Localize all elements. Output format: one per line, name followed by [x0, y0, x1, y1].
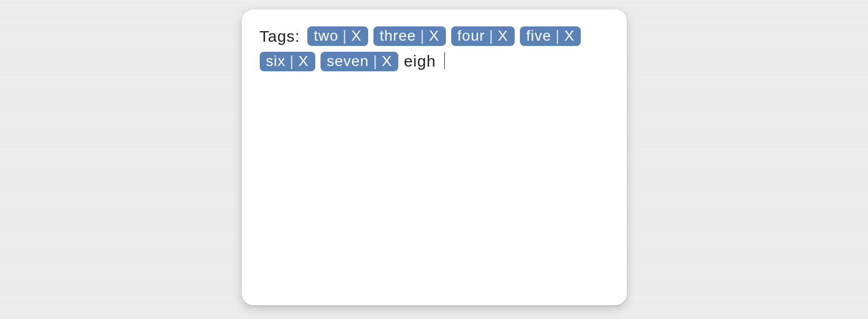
tags-label: Tags:	[260, 29, 300, 44]
tag-seven[interactable]: seven | X	[321, 52, 399, 71]
close-icon[interactable]: X	[350, 29, 362, 43]
close-icon[interactable]: X	[381, 54, 392, 69]
tag-separator: |	[552, 29, 563, 43]
tag-separator: |	[486, 29, 497, 43]
tags-area[interactable]: Tags: two | X three | X four | X five | …	[260, 26, 609, 71]
close-icon[interactable]: X	[428, 29, 440, 43]
tag-text: seven	[327, 54, 370, 69]
tag-text: five	[526, 29, 553, 43]
tag-separator: |	[370, 54, 380, 69]
tag-input-wrap[interactable]	[404, 51, 451, 71]
tag-text: two	[314, 29, 340, 43]
tag-text: three	[380, 29, 417, 43]
tag-separator: |	[340, 29, 350, 43]
tag-text: six	[266, 54, 287, 69]
tag-four[interactable]: four | X	[451, 26, 515, 46]
tag-three[interactable]: three | X	[373, 26, 446, 46]
tag-five[interactable]: five | X	[520, 26, 581, 46]
text-cursor	[444, 52, 445, 69]
tag-text: four	[458, 29, 486, 43]
close-icon[interactable]: X	[497, 29, 508, 43]
tag-separator: |	[417, 29, 428, 43]
tag-two[interactable]: two | X	[307, 26, 368, 46]
close-icon[interactable]: X	[563, 29, 575, 43]
tag-six[interactable]: six | X	[260, 52, 315, 71]
tag-separator: |	[287, 54, 297, 69]
close-icon[interactable]: X	[297, 54, 309, 69]
tags-card: Tags: two | X three | X four | X five | …	[242, 10, 627, 305]
